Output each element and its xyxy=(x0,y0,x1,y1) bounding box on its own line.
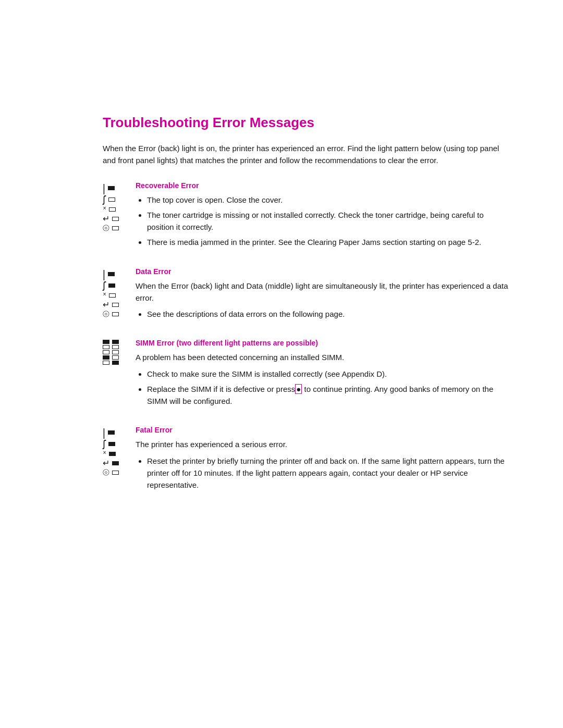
data-error-section: | ʃ ˣ ↵ xyxy=(103,267,511,324)
data-error-body: Data Error When the Error (back) light a… xyxy=(136,267,511,324)
de-left-3: ˣ xyxy=(103,291,106,300)
de-left-2: ʃ xyxy=(103,281,106,290)
data-error-light-pattern: | ʃ ˣ ↵ xyxy=(103,267,131,318)
de-pattern-row-5: ⦾ xyxy=(103,310,131,318)
data-error-label: Data Error xyxy=(136,267,511,276)
simm-left-1 xyxy=(103,340,109,344)
left-indicator-1: | xyxy=(103,182,105,194)
simm-right-2 xyxy=(112,345,119,349)
pattern-row-3: ˣ xyxy=(103,205,131,214)
right-indicator-5 xyxy=(112,226,119,230)
fatal-pattern-row-2: ʃ xyxy=(103,439,131,449)
left-indicator-2: ʃ xyxy=(103,195,106,204)
fatal-pattern-row-5: ⦾ xyxy=(103,468,131,477)
simm-pattern-row-2 xyxy=(103,345,131,349)
de-pattern-row-1: | xyxy=(103,268,131,280)
data-error-intro: When the Error (back) light and Data (mi… xyxy=(136,280,511,304)
pattern-row-2: ʃ xyxy=(103,195,131,204)
recoverable-error-label: Recoverable Error xyxy=(136,181,511,190)
left-indicator-4: ↵ xyxy=(103,215,109,223)
fatal-left-4: ↵ xyxy=(103,459,109,467)
right-indicator-4 xyxy=(112,217,119,221)
fatal-pattern-row-4: ↵ xyxy=(103,459,131,467)
fatal-left-5: ⦾ xyxy=(103,468,109,477)
de-right-3 xyxy=(109,293,116,298)
simm-pattern-row-3 xyxy=(103,350,131,354)
recoverable-bullet-2: The toner cartridge is missing or not in… xyxy=(147,209,511,233)
de-right-2 xyxy=(108,283,115,288)
content-area: Troubleshooting Error Messages When the … xyxy=(103,115,511,494)
data-error-list: See the descriptions of data errors on t… xyxy=(136,308,511,320)
simm-right-1 xyxy=(112,340,119,344)
simm-left-3 xyxy=(103,350,109,354)
left-indicator-3: ˣ xyxy=(103,205,106,214)
recoverable-bullet-1: The top cover is open. Close the cover. xyxy=(147,194,511,206)
fatal-error-intro: The printer has experienced a serious er… xyxy=(136,438,511,450)
simm-light-pattern xyxy=(103,339,131,365)
recoverable-bullet-3: There is media jammed in the printer. Se… xyxy=(147,236,511,248)
data-error-bullet-1: See the descriptions of data errors on t… xyxy=(147,308,511,320)
intro-paragraph: When the Error (back) light is on, the p… xyxy=(103,142,511,167)
fatal-right-1 xyxy=(108,430,115,435)
fatal-error-body: Fatal Error The printer has experienced … xyxy=(136,426,511,494)
simm-error-intro: A problem has been detected concerning a… xyxy=(136,351,511,363)
fatal-error-section: | ʃ ˣ ↵ xyxy=(103,426,511,494)
de-left-1: | xyxy=(103,268,105,280)
simm-bullet-1: Check to make sure the SIMM is installed… xyxy=(147,368,511,380)
fatal-right-4 xyxy=(112,461,119,465)
de-pattern-row-2: ʃ xyxy=(103,281,131,290)
de-right-1 xyxy=(108,272,115,276)
right-indicator-3 xyxy=(109,207,116,212)
fatal-pattern-row-3: ˣ xyxy=(103,450,131,458)
right-indicator-2 xyxy=(108,198,115,202)
de-pattern-row-3: ˣ xyxy=(103,291,131,300)
simm-pattern-row-1 xyxy=(103,340,131,344)
simm-left-2 xyxy=(103,345,109,349)
page-title: Troubleshooting Error Messages xyxy=(103,115,511,131)
fatal-pattern-row-1: | xyxy=(103,427,131,438)
fatal-left-1: | xyxy=(103,427,105,438)
recoverable-error-list: The top cover is open. Close the cover. … xyxy=(136,194,511,249)
fatal-right-3 xyxy=(109,452,116,456)
simm-right-4 xyxy=(112,355,119,360)
pattern-row-4: ↵ xyxy=(103,215,131,223)
pattern-row-5: ⦾ xyxy=(103,224,131,232)
simm-left-4 xyxy=(103,355,109,360)
left-indicator-5: ⦾ xyxy=(103,224,109,232)
fatal-right-5 xyxy=(112,471,119,475)
de-pattern-row-4: ↵ xyxy=(103,301,131,309)
fatal-bullet-1: Reset the printer by briefly turning the… xyxy=(147,455,511,491)
recoverable-light-pattern: | ʃ ˣ ↵ xyxy=(103,181,131,232)
de-right-4 xyxy=(112,303,119,307)
recoverable-error-section: | ʃ ˣ ↵ xyxy=(103,181,511,252)
de-left-5: ⦾ xyxy=(103,310,109,318)
fatal-error-label: Fatal Error xyxy=(136,426,511,434)
de-right-5 xyxy=(112,312,119,316)
simm-right-3 xyxy=(112,350,119,354)
simm-pattern-row-4 xyxy=(103,355,131,360)
de-left-4: ↵ xyxy=(103,301,109,309)
pattern-row-1: | xyxy=(103,182,131,194)
recoverable-error-body: Recoverable Error The top cover is open.… xyxy=(136,181,511,252)
simm-error-section: SIMM Error (two different light patterns… xyxy=(103,339,511,410)
simm-error-body: SIMM Error (two different light patterns… xyxy=(136,339,511,410)
simm-error-list: Check to make sure the SIMM is installed… xyxy=(136,368,511,408)
simm-error-label: SIMM Error (two different light patterns… xyxy=(136,339,511,347)
fatal-left-3: ˣ xyxy=(103,450,106,458)
fatal-left-2: ʃ xyxy=(103,439,106,449)
simm-left-5 xyxy=(103,361,109,365)
fatal-light-pattern: | ʃ ˣ ↵ xyxy=(103,426,131,477)
fatal-right-2 xyxy=(108,442,115,446)
fatal-error-list: Reset the printer by briefly turning the… xyxy=(136,455,511,491)
page: Troubleshooting Error Messages When the … xyxy=(0,0,563,551)
simm-bullet-2: Replace the SIMM if it is defective or p… xyxy=(147,383,511,408)
simm-pattern-row-5 xyxy=(103,361,131,365)
press-button-highlight: ● xyxy=(295,384,302,394)
right-indicator-1 xyxy=(108,186,115,190)
simm-right-5 xyxy=(112,361,119,365)
